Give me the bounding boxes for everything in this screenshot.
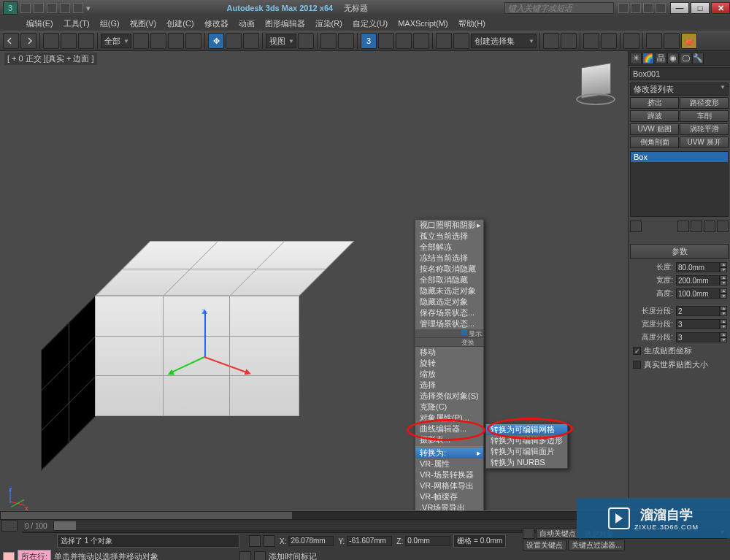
qat-icon[interactable]	[60, 3, 70, 13]
stack-item-box[interactable]: Box	[631, 152, 728, 162]
minimize-button[interactable]: —	[670, 2, 689, 14]
isolate-icon[interactable]	[239, 551, 251, 561]
select-by-name-button[interactable]	[150, 33, 166, 49]
unlink-button[interactable]	[61, 33, 77, 49]
context-item[interactable]: 保存场景状态...	[415, 307, 483, 318]
submenu-item-editable-poly[interactable]: 转换为可编辑多边形	[486, 435, 567, 446]
undo-button[interactable]	[3, 33, 19, 49]
context-item[interactable]: 对象属性(P)...	[415, 413, 483, 423]
rollout-parameters-title[interactable]: 参数	[630, 244, 729, 259]
menu-animation[interactable]: 动画	[234, 17, 259, 31]
viewport-label[interactable]: [ + 0 正交 ][真实 + 边面 ]	[4, 53, 97, 65]
context-item[interactable]: VR-场景转换器	[415, 469, 483, 480]
curve-editor-button[interactable]	[583, 33, 599, 49]
modifier-button[interactable]: UVW 贴图	[630, 123, 679, 135]
context-item[interactable]: 管理场景状态...	[415, 318, 483, 329]
menu-views[interactable]: 视图(V)	[126, 17, 161, 31]
angle-snap-button[interactable]	[378, 33, 394, 49]
absolute-mode-icon[interactable]	[264, 535, 275, 547]
signin-icon[interactable]	[631, 3, 641, 13]
param-wseg-spinner[interactable]: 3	[676, 319, 720, 329]
gen-map-coords-checkbox[interactable]: ✓	[633, 347, 641, 355]
context-item-convert-to[interactable]: 转换为:	[415, 448, 483, 459]
script-listener-icon[interactable]	[3, 552, 15, 561]
context-item[interactable]: 按名称取消隐藏	[415, 264, 483, 275]
bind-button[interactable]	[78, 33, 94, 49]
qat-icon[interactable]	[47, 3, 57, 13]
menu-maxscript[interactable]: MAXScript(M)	[393, 18, 452, 29]
link-button[interactable]	[43, 33, 59, 49]
context-item[interactable]: 全部解冻	[415, 242, 483, 253]
menu-edit[interactable]: 编辑(E)	[22, 17, 58, 31]
time-tag-icon[interactable]	[254, 551, 266, 561]
select-and-scale-button[interactable]	[243, 33, 259, 49]
qat-icon[interactable]	[20, 3, 31, 13]
param-height-spinner[interactable]: 100.0mm	[676, 288, 720, 299]
modifier-button[interactable]: 倒角剖面	[630, 137, 679, 148]
make-unique-icon[interactable]	[691, 220, 702, 232]
select-and-rotate-button[interactable]	[226, 33, 242, 49]
context-item[interactable]: 冻结当前选择	[415, 253, 483, 264]
help-search-input[interactable]: 键入关键字或短语	[504, 2, 614, 14]
named-selection-button[interactable]	[436, 33, 452, 49]
real-world-map-checkbox[interactable]	[633, 361, 641, 369]
ref-coord-dropdown[interactable]: 视图	[266, 34, 296, 48]
align-button[interactable]	[543, 33, 559, 49]
context-item[interactable]: 孤立当前选择	[415, 231, 483, 242]
material-editor-button[interactable]	[623, 33, 639, 49]
modifier-stack[interactable]: Box	[630, 151, 729, 217]
redo-button[interactable]	[20, 33, 36, 49]
qat-icon[interactable]	[34, 3, 44, 13]
mirror-button[interactable]	[453, 33, 469, 49]
configure-sets-icon[interactable]	[717, 220, 729, 232]
display-tab-icon[interactable]: 🖵	[680, 53, 691, 64]
help-icon[interactable]	[656, 3, 666, 13]
set-key-button[interactable]: 设置关键点	[523, 540, 566, 551]
modifier-button[interactable]: 车削	[680, 110, 729, 122]
context-item[interactable]: 视口照明和阴影	[415, 220, 483, 231]
param-width-spinner[interactable]: 200.0mm	[676, 275, 720, 285]
qat-icon[interactable]	[73, 3, 83, 13]
hierarchy-tab-icon[interactable]: 品	[655, 53, 666, 64]
select-region-button[interactable]	[168, 33, 184, 49]
context-item-rotate[interactable]: 旋转	[415, 358, 483, 369]
coord-y-field[interactable]: -61.607mm	[347, 536, 392, 546]
show-end-result-icon[interactable]	[677, 220, 689, 232]
infocenter-icon[interactable]	[618, 3, 629, 13]
render-setup-button[interactable]	[646, 33, 662, 49]
object-name-field[interactable]	[630, 67, 730, 80]
rendered-frame-button[interactable]	[664, 33, 680, 49]
motion-tab-icon[interactable]: ◉	[667, 53, 679, 64]
menu-create[interactable]: 创建(C)	[162, 17, 198, 31]
utilities-tab-icon[interactable]: 🔧	[692, 53, 704, 64]
param-lseg-spinner[interactable]: 2	[676, 306, 720, 316]
submenu-item-nurbs[interactable]: 转换为 NURBS	[486, 457, 567, 468]
menu-modifiers[interactable]: 修改器	[200, 17, 233, 31]
context-item-move[interactable]: 移动	[415, 347, 483, 358]
modifier-button[interactable]: UVW 展开	[680, 137, 729, 148]
favorites-icon[interactable]	[643, 3, 653, 13]
time-config-icon[interactable]	[1, 520, 18, 532]
use-pivot-button[interactable]	[298, 33, 314, 49]
context-item-select[interactable]: 选择	[415, 380, 483, 391]
menu-customize[interactable]: 自定义(U)	[348, 17, 392, 31]
param-length-spinner[interactable]: 80.0mm	[676, 262, 720, 272]
keyboard-shortcut-button[interactable]	[338, 33, 354, 49]
auto-key-button[interactable]: 自动关键点	[536, 528, 580, 539]
create-tab-icon[interactable]: ✳	[630, 53, 642, 64]
context-item[interactable]: VR-网格体导出	[415, 480, 483, 491]
key-filters-button[interactable]: 关键点过滤器...	[568, 540, 625, 551]
pin-stack-icon[interactable]	[630, 220, 642, 232]
snap-toggle-button[interactable]: 3	[361, 33, 377, 49]
context-item[interactable]: 隐藏未选定对象	[415, 285, 483, 296]
menu-rendering[interactable]: 渲染(R)	[311, 17, 347, 31]
context-item[interactable]: VR-帧缓存	[415, 491, 483, 502]
select-object-button[interactable]	[133, 33, 149, 49]
viewcube[interactable]	[574, 58, 618, 102]
time-slider-frame[interactable]: 0 / 100	[19, 522, 53, 530]
menu-group[interactable]: 组(G)	[96, 17, 124, 31]
context-item[interactable]: 曲线编辑器...	[415, 423, 483, 434]
spinner-snap-button[interactable]	[413, 33, 429, 49]
context-item[interactable]: 选择类似对象(S)	[415, 391, 483, 402]
context-item[interactable]: 摄影表...	[415, 434, 483, 445]
